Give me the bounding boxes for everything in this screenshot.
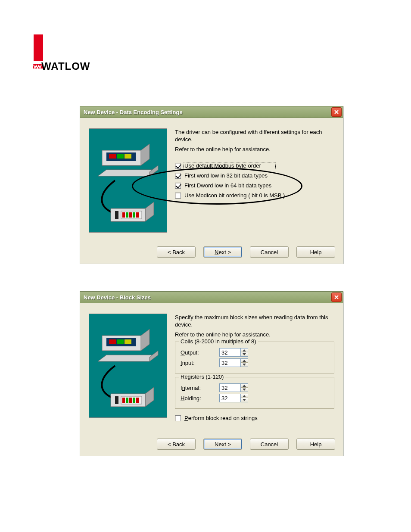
- chevron-up-icon: [243, 360, 246, 362]
- cancel-button[interactable]: Cancel: [250, 246, 289, 258]
- svg-marker-41: [243, 349, 246, 352]
- checkbox-label: Use Modicon bit ordering ( bit 0 is MSB …: [184, 192, 285, 199]
- spinner-down-button[interactable]: [241, 352, 248, 356]
- svg-marker-44: [243, 364, 246, 366]
- help-button[interactable]: Help: [296, 246, 335, 258]
- check-first-dword-low: First Dword low in 64 bit data types: [175, 182, 334, 189]
- spinner-up-button[interactable]: [241, 384, 248, 388]
- svg-marker-47: [243, 395, 246, 397]
- dialog-title: New Device - Block Sizes: [84, 294, 151, 301]
- checkbox-default-byte-order[interactable]: [175, 163, 181, 169]
- group-coils: Coils (8-2000 in multiples of 8) Output:: [175, 342, 334, 373]
- chevron-up-icon: [243, 349, 246, 352]
- back-button[interactable]: < Back: [157, 439, 196, 450]
- description-line-2: Refer to the online help for assistance.: [175, 146, 334, 153]
- svg-rect-34: [115, 396, 118, 404]
- check-perform-block-read: Perform block read on strings: [175, 415, 334, 421]
- checkbox-first-word-low[interactable]: [175, 173, 181, 179]
- description-line-2: Refer to the online help for assistance.: [175, 331, 334, 338]
- description-line-1: Specify the maximum block sizes when rea…: [175, 314, 334, 328]
- field-input: Input:: [181, 358, 329, 367]
- spinner-down-button[interactable]: [241, 363, 248, 367]
- svg-rect-40: [136, 398, 139, 403]
- input-input[interactable]: [219, 358, 241, 367]
- holding-input[interactable]: [219, 394, 241, 402]
- button-row: < Back Next > Cancel Help: [157, 439, 335, 450]
- spinner-input: [219, 358, 248, 367]
- dialog-data-encoding: New Device - Data Encoding Settings: [80, 106, 343, 264]
- checkbox-perform-block-read[interactable]: [175, 415, 181, 421]
- internal-input[interactable]: [219, 383, 241, 392]
- svg-rect-28: [125, 339, 131, 344]
- checkbox-modicon-bit-ordering[interactable]: [175, 193, 181, 199]
- svg-marker-46: [243, 389, 246, 391]
- svg-rect-36: [122, 398, 125, 403]
- brand-logo: WATLOW: [34, 34, 43, 69]
- svg-rect-8: [125, 154, 131, 159]
- spinner-holding: [219, 394, 248, 402]
- spinner-down-button[interactable]: [241, 388, 248, 392]
- svg-rect-27: [117, 339, 124, 344]
- close-button[interactable]: [331, 107, 342, 117]
- field-label: Input:: [181, 360, 219, 366]
- svg-marker-43: [243, 360, 246, 362]
- svg-marker-29: [98, 355, 158, 361]
- spinner-up-button[interactable]: [241, 394, 248, 398]
- check-first-word-low: First word low in 32 bit data types: [175, 172, 334, 179]
- chevron-down-icon: [243, 389, 246, 391]
- dialog-title: New Device - Data Encoding Settings: [84, 109, 183, 115]
- spinner-internal: [219, 383, 248, 392]
- check-default-byte-order: Use default Modbus byte order: [175, 162, 334, 169]
- field-label: Output:: [181, 349, 219, 356]
- close-icon: [334, 109, 339, 115]
- chevron-down-icon: [243, 364, 246, 366]
- titlebar: New Device - Data Encoding Settings: [80, 106, 343, 118]
- field-output: Output:: [181, 348, 329, 357]
- help-button[interactable]: Help: [296, 439, 335, 450]
- chevron-up-icon: [243, 385, 246, 387]
- next-button[interactable]: Next >: [203, 439, 242, 450]
- field-holding: Holding:: [181, 394, 329, 402]
- cancel-button[interactable]: Cancel: [250, 439, 289, 450]
- svg-marker-48: [243, 399, 246, 401]
- svg-marker-9: [98, 170, 158, 176]
- spinner-up-button[interactable]: [241, 359, 248, 363]
- checkbox-label: First Dword low in 64 bit data types: [184, 182, 271, 189]
- document-page: WATLOW New Device - Data Encoding Settin…: [0, 0, 411, 532]
- group-legend: Registers (1-120): [179, 373, 225, 380]
- checkbox-first-dword-low[interactable]: [175, 183, 181, 189]
- svg-rect-38: [129, 398, 132, 403]
- svg-rect-17: [126, 212, 128, 218]
- checkbox-label: First word low in 32 bit data types: [184, 172, 268, 179]
- svg-rect-20: [136, 212, 139, 218]
- svg-rect-6: [109, 154, 116, 159]
- spinner-output: [219, 348, 248, 357]
- chevron-up-icon: [243, 395, 246, 397]
- field-internal: Internal:: [181, 383, 329, 392]
- description-line-1: The driver can be configured with differ…: [175, 128, 334, 143]
- brand-name: WATLOW: [41, 60, 90, 72]
- spinner-down-button[interactable]: [241, 398, 248, 402]
- svg-rect-19: [133, 212, 135, 218]
- group-registers: Registers (1-120) Internal: Holding:: [175, 377, 334, 409]
- checkbox-label: Use default Modbus byte order: [184, 162, 261, 169]
- wizard-illustration: [89, 128, 167, 233]
- next-button[interactable]: Next >: [203, 246, 242, 258]
- svg-rect-14: [115, 211, 118, 219]
- svg-marker-42: [243, 353, 246, 355]
- output-input[interactable]: [219, 348, 241, 357]
- svg-rect-37: [126, 398, 128, 403]
- checkbox-label: Perform block read on strings: [184, 415, 258, 421]
- spinner-up-button[interactable]: [241, 348, 248, 352]
- chevron-down-icon: [243, 399, 246, 401]
- close-icon: [334, 295, 339, 300]
- dialog-content: The driver can be configured with differ…: [175, 128, 334, 202]
- svg-rect-16: [122, 212, 125, 218]
- back-button[interactable]: < Back: [157, 246, 196, 258]
- close-button[interactable]: [331, 292, 342, 302]
- dialog-content: Specify the maximum block sizes when rea…: [175, 314, 334, 425]
- svg-rect-39: [133, 398, 135, 403]
- chevron-down-icon: [243, 353, 246, 355]
- svg-rect-7: [117, 154, 124, 159]
- wizard-illustration: [89, 314, 167, 418]
